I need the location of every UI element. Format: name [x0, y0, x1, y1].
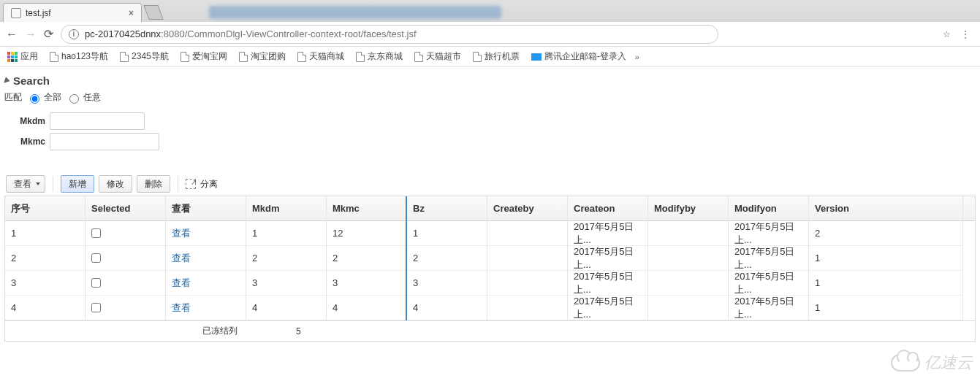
- page-icon: [181, 52, 189, 62]
- delete-button[interactable]: 删除: [137, 175, 170, 193]
- mkmc-row: Mkmc: [4, 133, 976, 150]
- add-button[interactable]: 新增: [61, 175, 94, 193]
- mkmc-input[interactable]: [50, 133, 159, 150]
- apps-shortcut[interactable]: 应用: [7, 50, 38, 63]
- view-dropdown-button[interactable]: 查看: [6, 175, 45, 193]
- bookmark-item-mail[interactable]: 腾讯企业邮箱-登录入: [531, 50, 626, 63]
- cell-selected: [86, 246, 165, 271]
- detach-button[interactable]: 分离: [186, 178, 218, 190]
- col-header-createby[interactable]: Createby: [487, 196, 567, 221]
- cell-seq: 1: [5, 221, 85, 246]
- bookmark-item[interactable]: 淘宝团购: [239, 50, 286, 63]
- cell-selected: [86, 296, 165, 320]
- cell-view: 查看: [166, 246, 246, 271]
- cell-createon: 2017年5月5日 上...: [568, 271, 647, 296]
- close-tab-icon[interactable]: ×: [129, 8, 134, 18]
- bookmark-item[interactable]: 2345导航: [120, 50, 169, 63]
- col-header-mkdm[interactable]: Mkdm: [246, 196, 326, 221]
- cell-selected: [86, 221, 165, 246]
- cell-view: 查看: [166, 271, 246, 296]
- browser-tab-strip: test.jsf ×: [0, 0, 980, 22]
- match-label: 匹配: [4, 91, 22, 104]
- cell-mkdm: 2: [246, 246, 326, 271]
- view-link[interactable]: 查看: [172, 252, 191, 265]
- bookmark-item[interactable]: 京东商城: [356, 50, 403, 63]
- cell-mkdm: 4: [246, 296, 326, 320]
- browser-toolbar: ← → ⟳ i pc-20170425dnnx:8080/CommonDlgI-…: [0, 22, 980, 47]
- row-checkbox[interactable]: [91, 253, 101, 263]
- row-checkbox[interactable]: [91, 278, 101, 288]
- mkdm-label: Mkdm: [4, 116, 50, 126]
- cell-view: 查看: [166, 296, 246, 320]
- page-icon: [356, 52, 365, 62]
- toolbar-separator: [53, 176, 53, 192]
- cell-createby: [487, 271, 567, 296]
- address-bar[interactable]: i pc-20170425dnnx:8080/CommonDlgI-ViewCo…: [61, 25, 718, 44]
- url-port: :8080: [161, 28, 185, 39]
- search-panel-header[interactable]: Search: [4, 74, 976, 87]
- bookmark-item[interactable]: 天猫商城: [297, 50, 344, 63]
- cell-mkdm: 1: [246, 221, 326, 246]
- col-header-selected[interactable]: Selected: [86, 196, 165, 221]
- bookmark-item[interactable]: 爱淘宝网: [181, 50, 227, 63]
- mkdm-input[interactable]: [50, 112, 145, 130]
- col-header-bz[interactable]: Bz: [407, 196, 487, 221]
- background-tab-blurred: [209, 6, 501, 19]
- bookmarks-overflow-icon[interactable]: »: [635, 53, 639, 61]
- cell-mkdm: 3: [246, 271, 326, 296]
- col-header-view[interactable]: 查看: [166, 196, 246, 221]
- row-checkbox[interactable]: [91, 303, 101, 312]
- match-any-radio[interactable]: [69, 94, 79, 104]
- page-icon: [50, 52, 58, 62]
- cell-bz: 4: [407, 296, 487, 320]
- cell-createon: 2017年5月5日 上...: [568, 296, 647, 320]
- view-link[interactable]: 查看: [172, 277, 191, 290]
- cell-mkmc: 12: [327, 221, 406, 246]
- page-icon: [239, 52, 248, 62]
- browser-tab-active[interactable]: test.jsf ×: [3, 3, 142, 22]
- forward-icon[interactable]: →: [25, 28, 37, 41]
- frozen-cols-label: 已冻结列: [202, 325, 238, 337]
- cell-version: 1: [809, 271, 962, 296]
- search-title: Search: [13, 74, 50, 87]
- col-header-modifyby[interactable]: Modifyby: [648, 196, 728, 221]
- edit-button[interactable]: 修改: [99, 175, 132, 193]
- match-any-option[interactable]: 任意: [66, 91, 101, 104]
- file-icon: [11, 8, 21, 18]
- new-tab-button[interactable]: [143, 5, 163, 20]
- cell-bz: 3: [407, 271, 487, 296]
- detach-icon: [186, 179, 196, 189]
- mkdm-row: Mkdm: [4, 112, 976, 130]
- col-header-mkmc[interactable]: Mkmc: [327, 196, 406, 221]
- cell-seq: 4: [5, 296, 85, 320]
- cell-modifyby: [648, 296, 728, 320]
- view-link[interactable]: 查看: [172, 301, 191, 315]
- reload-icon[interactable]: ⟳: [44, 27, 53, 41]
- back-icon[interactable]: ←: [6, 28, 18, 41]
- col-header-seq[interactable]: 序号: [5, 196, 85, 221]
- cell-createon: 2017年5月5日 上...: [568, 221, 647, 246]
- bookmark-item[interactable]: 天猫超市: [414, 50, 461, 63]
- match-all-radio[interactable]: [30, 94, 39, 104]
- col-header-modifyon[interactable]: Modifyon: [729, 196, 808, 221]
- match-all-option[interactable]: 全部: [26, 91, 61, 104]
- cell-seq: 3: [5, 271, 85, 296]
- view-link[interactable]: 查看: [172, 227, 191, 240]
- apps-grid-icon: [7, 52, 18, 62]
- cell-bz: 1: [407, 221, 487, 246]
- col-header-version[interactable]: Version: [809, 196, 962, 221]
- frozen-cols-value: 5: [296, 326, 301, 336]
- cell-modifyon: 2017年5月5日 上...: [729, 221, 808, 246]
- cell-modifyby: [648, 271, 728, 296]
- toolbar-separator: [178, 176, 178, 192]
- row-checkbox[interactable]: [91, 228, 101, 238]
- apps-label: 应用: [20, 50, 38, 63]
- menu-icon[interactable]: ⋮: [961, 29, 970, 39]
- data-table: 序号 1 2 3 4 Selected 查看 查看 查看 查看 查看 Mkdm …: [4, 196, 976, 321]
- col-header-createon[interactable]: Createon: [568, 196, 647, 221]
- site-info-icon[interactable]: i: [69, 29, 79, 39]
- bookmark-star-icon[interactable]: ☆: [943, 29, 951, 39]
- cell-selected: [86, 271, 165, 296]
- bookmark-item[interactable]: hao123导航: [50, 50, 108, 63]
- bookmark-item[interactable]: 旅行机票: [473, 50, 520, 63]
